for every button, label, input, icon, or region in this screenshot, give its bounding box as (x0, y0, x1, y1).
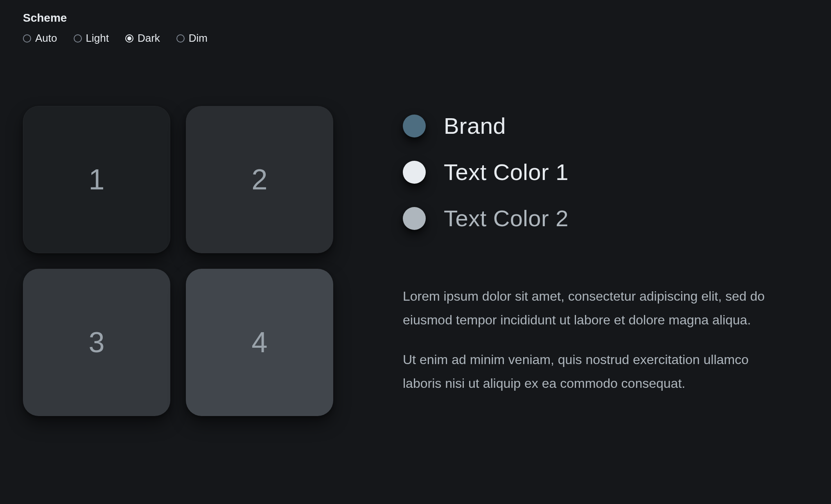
scheme-option-label: Light (86, 32, 109, 45)
scheme-option-dark[interactable]: Dark (125, 32, 160, 45)
scheme-option-label: Dark (138, 32, 160, 45)
radio-icon (74, 34, 82, 43)
palette-panel: Brand Text Color 1 Text Color 2 Lorem ip… (403, 106, 808, 416)
surface-tile-2: 2 (186, 106, 333, 253)
radio-icon (176, 34, 185, 43)
surface-tiles: 1 2 3 4 (23, 106, 333, 416)
scheme-option-label: Dim (189, 32, 208, 45)
swatch-circle-icon (403, 115, 426, 137)
swatch-list: Brand Text Color 1 Text Color 2 (403, 112, 808, 232)
scheme-option-label: Auto (35, 32, 57, 45)
scheme-option-auto[interactable]: Auto (23, 32, 57, 45)
scheme-option-dim[interactable]: Dim (176, 32, 208, 45)
sample-paragraphs: Lorem ipsum dolor sit amet, consectetur … (403, 285, 808, 395)
surface-tile-4: 4 (186, 269, 333, 416)
swatch-row-text2: Text Color 2 (403, 205, 808, 232)
tile-label: 4 (252, 326, 268, 359)
swatch-circle-icon (403, 161, 426, 184)
scheme-radio-group: Auto Light Dark Dim (23, 32, 808, 45)
scheme-title: Scheme (23, 11, 808, 25)
swatch-row-text1: Text Color 1 (403, 159, 808, 185)
surface-tile-3: 3 (23, 269, 170, 416)
main-content: 1 2 3 4 Brand (23, 106, 808, 416)
scheme-section: Scheme Auto Light Dark Dim (23, 11, 808, 45)
sample-paragraph-1: Lorem ipsum dolor sit amet, consectetur … (403, 285, 779, 332)
tile-label: 2 (252, 163, 268, 196)
swatch-label: Text Color 2 (444, 205, 569, 232)
swatch-circle-icon (403, 207, 426, 230)
radio-icon (23, 34, 31, 43)
surface-tile-1: 1 (23, 106, 170, 253)
swatch-row-brand: Brand (403, 112, 808, 139)
swatch-label: Brand (444, 112, 506, 139)
sample-paragraph-2: Ut enim ad minim veniam, quis nostrud ex… (403, 348, 779, 395)
radio-icon (125, 34, 133, 43)
tile-label: 3 (89, 326, 105, 359)
swatch-label: Text Color 1 (444, 159, 569, 185)
scheme-option-light[interactable]: Light (74, 32, 109, 45)
tile-label: 1 (89, 163, 105, 196)
